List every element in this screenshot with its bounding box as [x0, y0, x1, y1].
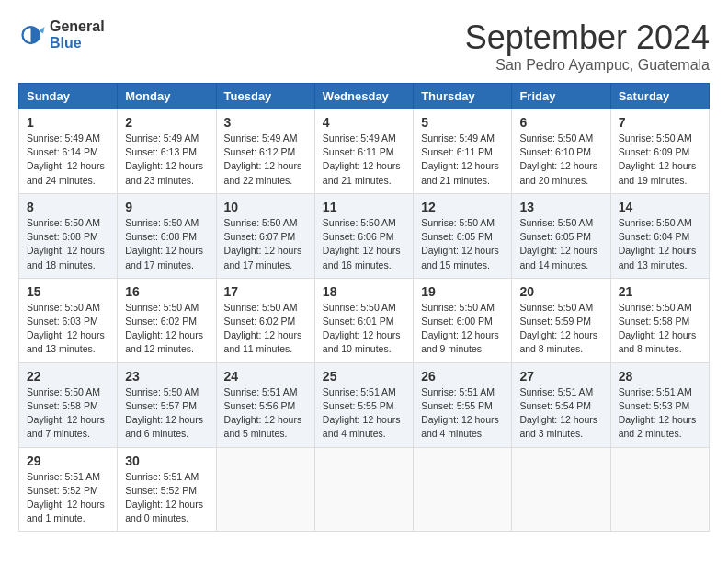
day-number: 29	[27, 454, 109, 468]
table-row: 24Sunrise: 5:51 AM Sunset: 5:56 PM Dayli…	[216, 362, 314, 447]
col-saturday: Saturday	[610, 84, 709, 109]
table-row: 26Sunrise: 5:51 AM Sunset: 5:55 PM Dayli…	[414, 362, 512, 447]
col-wednesday: Wednesday	[314, 84, 413, 109]
day-number: 16	[125, 284, 208, 299]
location: San Pedro Ayampuc, Guatemala	[465, 57, 710, 74]
day-info: Sunrise: 5:50 AM Sunset: 5:58 PM Dayligh…	[619, 301, 701, 357]
day-info: Sunrise: 5:50 AM Sunset: 6:05 PM Dayligh…	[519, 216, 602, 272]
table-row: 8Sunrise: 5:50 AM Sunset: 6:08 PM Daylig…	[19, 193, 118, 278]
table-row: 4Sunrise: 5:49 AM Sunset: 6:11 PM Daylig…	[314, 109, 413, 194]
table-row	[610, 447, 709, 532]
table-row	[414, 447, 512, 532]
day-info: Sunrise: 5:50 AM Sunset: 6:10 PM Dayligh…	[519, 132, 602, 188]
col-friday: Friday	[512, 84, 610, 109]
calendar-week-row: 15Sunrise: 5:50 AM Sunset: 6:03 PM Dayli…	[19, 278, 710, 362]
calendar-table: Sunday Monday Tuesday Wednesday Thursday…	[18, 83, 710, 532]
table-row: 22Sunrise: 5:50 AM Sunset: 5:58 PM Dayli…	[19, 362, 118, 447]
logo-text: General Blue	[50, 18, 105, 51]
day-info: Sunrise: 5:50 AM Sunset: 6:06 PM Dayligh…	[323, 216, 405, 272]
day-info: Sunrise: 5:50 AM Sunset: 6:02 PM Dayligh…	[125, 301, 208, 357]
day-number: 15	[27, 284, 109, 299]
col-tuesday: Tuesday	[216, 84, 314, 109]
day-info: Sunrise: 5:50 AM Sunset: 6:08 PM Dayligh…	[27, 216, 109, 272]
logo-general-text: General	[50, 18, 105, 35]
day-number: 19	[421, 284, 504, 299]
table-row	[216, 447, 314, 532]
col-thursday: Thursday	[414, 84, 512, 109]
day-info: Sunrise: 5:51 AM Sunset: 5:52 PM Dayligh…	[125, 470, 208, 526]
logo-blue-text: Blue	[50, 35, 105, 52]
table-row: 9Sunrise: 5:50 AM Sunset: 6:08 PM Daylig…	[118, 193, 216, 278]
day-info: Sunrise: 5:51 AM Sunset: 5:53 PM Dayligh…	[619, 385, 701, 442]
table-row: 11Sunrise: 5:50 AM Sunset: 6:06 PM Dayli…	[314, 193, 413, 278]
table-row: 18Sunrise: 5:50 AM Sunset: 6:01 PM Dayli…	[314, 278, 413, 362]
table-row	[512, 447, 610, 532]
table-row: 6Sunrise: 5:50 AM Sunset: 6:10 PM Daylig…	[512, 109, 610, 194]
table-row: 29Sunrise: 5:51 AM Sunset: 5:52 PM Dayli…	[19, 447, 118, 532]
title-section: September 2024 San Pedro Ayampuc, Guatem…	[465, 18, 710, 74]
day-info: Sunrise: 5:50 AM Sunset: 6:03 PM Dayligh…	[27, 301, 109, 357]
day-info: Sunrise: 5:49 AM Sunset: 6:14 PM Dayligh…	[27, 132, 109, 188]
day-number: 27	[519, 369, 602, 384]
calendar-week-row: 29Sunrise: 5:51 AM Sunset: 5:52 PM Dayli…	[19, 447, 710, 532]
day-info: Sunrise: 5:51 AM Sunset: 5:55 PM Dayligh…	[421, 385, 504, 442]
day-number: 24	[224, 369, 307, 384]
table-row: 27Sunrise: 5:51 AM Sunset: 5:54 PM Dayli…	[512, 362, 610, 447]
calendar-week-row: 22Sunrise: 5:50 AM Sunset: 5:58 PM Dayli…	[19, 362, 710, 447]
day-number: 5	[421, 115, 504, 130]
day-number: 1	[27, 115, 109, 130]
table-row: 15Sunrise: 5:50 AM Sunset: 6:03 PM Dayli…	[19, 278, 118, 362]
day-number: 12	[421, 200, 504, 214]
day-number: 23	[125, 369, 208, 384]
table-row: 14Sunrise: 5:50 AM Sunset: 6:04 PM Dayli…	[610, 193, 709, 278]
table-row	[314, 447, 413, 532]
table-row: 7Sunrise: 5:50 AM Sunset: 6:09 PM Daylig…	[610, 109, 709, 194]
day-number: 11	[323, 200, 405, 214]
day-number: 26	[421, 369, 504, 384]
day-number: 3	[224, 115, 307, 130]
calendar-header-row: Sunday Monday Tuesday Wednesday Thursday…	[19, 84, 710, 109]
day-number: 2	[125, 115, 208, 130]
day-info: Sunrise: 5:51 AM Sunset: 5:56 PM Dayligh…	[224, 385, 307, 442]
day-number: 6	[519, 115, 602, 130]
day-number: 9	[125, 200, 208, 214]
day-info: Sunrise: 5:50 AM Sunset: 6:02 PM Dayligh…	[224, 301, 307, 357]
day-number: 21	[619, 284, 701, 299]
day-info: Sunrise: 5:49 AM Sunset: 6:11 PM Dayligh…	[323, 132, 405, 188]
table-row: 13Sunrise: 5:50 AM Sunset: 6:05 PM Dayli…	[512, 193, 610, 278]
page-header: General Blue September 2024 San Pedro Ay…	[18, 18, 710, 74]
col-sunday: Sunday	[19, 84, 118, 109]
table-row: 30Sunrise: 5:51 AM Sunset: 5:52 PM Dayli…	[118, 447, 216, 532]
day-info: Sunrise: 5:50 AM Sunset: 6:01 PM Dayligh…	[323, 301, 405, 357]
logo: General Blue	[18, 18, 105, 51]
day-number: 22	[27, 369, 109, 384]
day-number: 14	[619, 200, 701, 214]
day-info: Sunrise: 5:50 AM Sunset: 6:00 PM Dayligh…	[421, 301, 504, 357]
month-title: September 2024	[465, 18, 710, 57]
day-number: 7	[619, 115, 701, 130]
day-info: Sunrise: 5:50 AM Sunset: 6:09 PM Dayligh…	[619, 132, 701, 188]
day-info: Sunrise: 5:51 AM Sunset: 5:52 PM Dayligh…	[27, 470, 109, 526]
table-row: 25Sunrise: 5:51 AM Sunset: 5:55 PM Dayli…	[314, 362, 413, 447]
day-number: 18	[323, 284, 405, 299]
table-row: 1Sunrise: 5:49 AM Sunset: 6:14 PM Daylig…	[19, 109, 118, 194]
table-row: 2Sunrise: 5:49 AM Sunset: 6:13 PM Daylig…	[118, 109, 216, 194]
table-row: 17Sunrise: 5:50 AM Sunset: 6:02 PM Dayli…	[216, 278, 314, 362]
table-row: 10Sunrise: 5:50 AM Sunset: 6:07 PM Dayli…	[216, 193, 314, 278]
day-number: 8	[27, 200, 109, 214]
table-row: 16Sunrise: 5:50 AM Sunset: 6:02 PM Dayli…	[118, 278, 216, 362]
col-monday: Monday	[118, 84, 216, 109]
day-info: Sunrise: 5:49 AM Sunset: 6:12 PM Dayligh…	[224, 132, 307, 188]
table-row: 28Sunrise: 5:51 AM Sunset: 5:53 PM Dayli…	[610, 362, 709, 447]
day-number: 4	[323, 115, 405, 130]
table-row: 12Sunrise: 5:50 AM Sunset: 6:05 PM Dayli…	[414, 193, 512, 278]
logo-icon	[18, 21, 46, 49]
day-number: 28	[619, 369, 701, 384]
calendar-week-row: 1Sunrise: 5:49 AM Sunset: 6:14 PM Daylig…	[19, 109, 710, 194]
table-row: 19Sunrise: 5:50 AM Sunset: 6:00 PM Dayli…	[414, 278, 512, 362]
day-info: Sunrise: 5:49 AM Sunset: 6:13 PM Dayligh…	[125, 132, 208, 188]
day-number: 17	[224, 284, 307, 299]
table-row: 5Sunrise: 5:49 AM Sunset: 6:11 PM Daylig…	[414, 109, 512, 194]
table-row: 3Sunrise: 5:49 AM Sunset: 6:12 PM Daylig…	[216, 109, 314, 194]
day-info: Sunrise: 5:50 AM Sunset: 5:59 PM Dayligh…	[519, 301, 602, 357]
